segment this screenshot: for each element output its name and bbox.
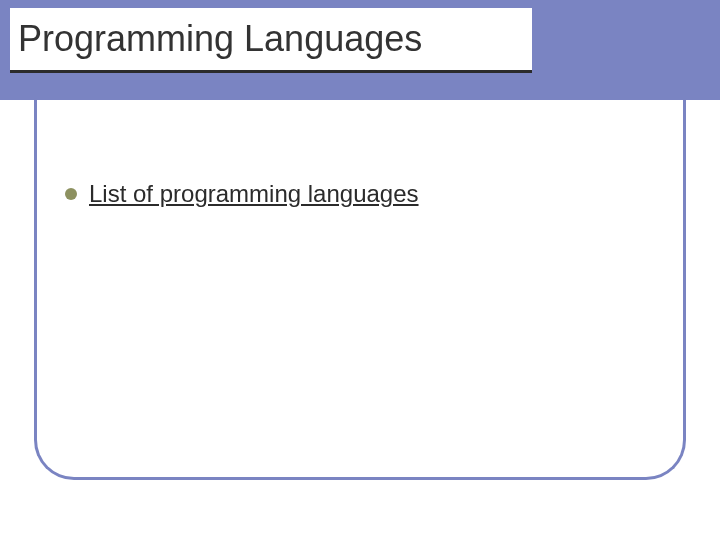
content-frame: List of programming languages xyxy=(34,100,686,480)
bullet-icon xyxy=(65,188,77,200)
slide-title: Programming Languages xyxy=(18,18,422,60)
list-item: List of programming languages xyxy=(65,180,683,208)
title-box: Programming Languages xyxy=(10,8,532,73)
programming-languages-link[interactable]: List of programming languages xyxy=(89,180,419,208)
header-band: Programming Languages xyxy=(0,0,720,100)
